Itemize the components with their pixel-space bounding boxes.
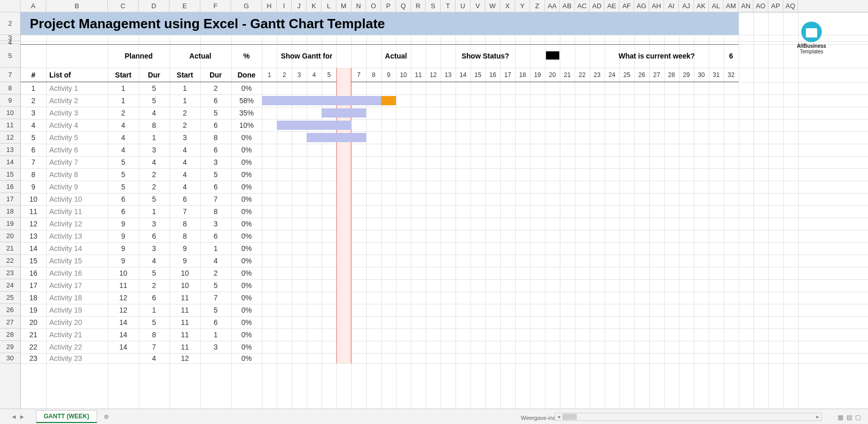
row-12-name[interactable]: Activity 12 [46, 218, 108, 230]
col-header-AA[interactable]: AA [545, 0, 560, 12]
row-8-adur[interactable]: 5 [200, 168, 231, 181]
row-7-pstart[interactable]: 5 [108, 156, 139, 168]
row-2-name[interactable]: Activity 2 [46, 94, 108, 107]
row-15-name[interactable]: Activity 15 [46, 255, 108, 267]
row-header-22[interactable]: 22 [0, 255, 20, 267]
row-6-pstart[interactable]: 4 [108, 144, 139, 156]
row-12-astart[interactable]: 8 [169, 218, 200, 230]
row-15-adur[interactable]: 4 [200, 255, 231, 267]
row-15-astart[interactable]: 9 [169, 255, 200, 267]
row-header-10[interactable]: 10 [0, 107, 20, 119]
horizontal-scrollbar[interactable]: ◄► [555, 413, 822, 421]
row-17-done[interactable]: 0% [231, 279, 262, 292]
row-6-adur[interactable]: 6 [200, 144, 231, 156]
row-14-adur[interactable]: 1 [200, 242, 231, 255]
col-header-K[interactable]: K [307, 0, 322, 12]
row-15-num[interactable]: 15 [21, 255, 46, 267]
col-header-AO[interactable]: AO [753, 0, 768, 12]
row-20-name[interactable]: Activity 20 [46, 316, 108, 329]
row-9-num[interactable]: 9 [21, 181, 46, 193]
row-6-name[interactable]: Activity 6 [46, 144, 108, 156]
row-21-astart[interactable]: 11 [169, 329, 200, 341]
spreadsheet-grid[interactable]: Project Management using Excel - Gantt C… [21, 12, 868, 409]
row-14-num[interactable]: 14 [21, 242, 46, 255]
row-2-done[interactable]: 58% [231, 94, 262, 107]
row-14-pstart[interactable]: 9 [108, 242, 139, 255]
row-20-astart[interactable]: 11 [169, 316, 200, 329]
col-header-T[interactable]: T [441, 0, 456, 12]
row-header-20[interactable]: 20 [0, 230, 20, 242]
row-9-name[interactable]: Activity 9 [46, 181, 108, 193]
row-header-9[interactable]: 9 [0, 94, 20, 107]
col-header-R[interactable]: R [411, 0, 426, 12]
col-header-AF[interactable]: AF [619, 0, 634, 12]
row-13-pstart[interactable]: 9 [108, 230, 139, 242]
row-header-29[interactable]: 29 [0, 341, 20, 353]
row-13-num[interactable]: 13 [21, 230, 46, 242]
row-19-num[interactable]: 19 [21, 304, 46, 316]
row-22-astart[interactable]: 11 [169, 341, 200, 353]
row-16-adur[interactable]: 2 [200, 267, 231, 279]
row-4-astart[interactable]: 2 [169, 119, 200, 131]
col-header-G[interactable]: G [231, 0, 262, 12]
row-16-num[interactable]: 16 [21, 267, 46, 279]
row-3-num[interactable]: 3 [21, 107, 46, 119]
row-header-17[interactable]: 17 [0, 193, 20, 205]
row-20-pstart[interactable]: 14 [108, 316, 139, 329]
row-header-8[interactable]: 8 [0, 82, 20, 94]
row-4-pstart[interactable]: 4 [108, 119, 139, 131]
row-4-done[interactable]: 10% [231, 119, 262, 131]
col-header-U[interactable]: U [456, 0, 470, 12]
row-23-name[interactable]: Activity 23 [46, 353, 108, 363]
row-19-astart[interactable]: 11 [169, 304, 200, 316]
row-header-21[interactable]: 21 [0, 242, 20, 255]
row-11-astart[interactable]: 7 [169, 205, 200, 218]
row-12-done[interactable]: 0% [231, 218, 262, 230]
row-23-astart[interactable]: 12 [169, 353, 200, 363]
col-header-AE[interactable]: AE [605, 0, 619, 12]
row-21-num[interactable]: 21 [21, 329, 46, 341]
row-5-adur[interactable]: 8 [200, 131, 231, 144]
row-19-pdur[interactable]: 1 [139, 304, 169, 316]
row-7-num[interactable]: 7 [21, 156, 46, 168]
row-22-name[interactable]: Activity 22 [46, 341, 108, 353]
row-4-adur[interactable]: 6 [200, 119, 231, 131]
col-header-H[interactable]: H [262, 0, 277, 12]
row-1-name[interactable]: Activity 1 [46, 82, 108, 94]
row-8-pdur[interactable]: 2 [139, 168, 169, 181]
row-8-num[interactable]: 8 [21, 168, 46, 181]
row-13-adur[interactable]: 6 [200, 230, 231, 242]
row-12-num[interactable]: 12 [21, 218, 46, 230]
row-header-7[interactable]: 7 [0, 68, 20, 82]
row-14-name[interactable]: Activity 14 [46, 242, 108, 255]
row-5-pstart[interactable]: 4 [108, 131, 139, 144]
row-6-astart[interactable]: 4 [169, 144, 200, 156]
row-17-num[interactable]: 17 [21, 279, 46, 292]
row-2-pdur[interactable]: 5 [139, 94, 169, 107]
col-header-D[interactable]: D [139, 0, 169, 12]
row-8-pstart[interactable]: 5 [108, 168, 139, 181]
row-3-pdur[interactable]: 4 [139, 107, 169, 119]
row-20-pdur[interactable]: 5 [139, 316, 169, 329]
col-header-AL[interactable]: AL [709, 0, 724, 12]
row-16-pstart[interactable]: 10 [108, 267, 139, 279]
row-12-pstart[interactable]: 9 [108, 218, 139, 230]
col-header-W[interactable]: W [485, 0, 500, 12]
row-18-astart[interactable]: 11 [169, 292, 200, 304]
row-5-astart[interactable]: 3 [169, 131, 200, 144]
col-header-B[interactable]: B [46, 0, 108, 12]
row-12-pdur[interactable]: 3 [139, 218, 169, 230]
select-all-corner[interactable] [0, 0, 21, 12]
row-19-pstart[interactable]: 12 [108, 304, 139, 316]
row-header-11[interactable]: 11 [0, 119, 20, 131]
row-5-name[interactable]: Activity 5 [46, 131, 108, 144]
col-header-AH[interactable]: AH [649, 0, 664, 12]
tab-gantt-week[interactable]: GANTT (WEEK) [36, 410, 97, 423]
add-sheet-button[interactable]: ⊕ [100, 411, 112, 423]
row-header-16[interactable]: 16 [0, 181, 20, 193]
col-header-AN[interactable]: AN [739, 0, 753, 12]
row-11-pstart[interactable]: 6 [108, 205, 139, 218]
row-21-done[interactable]: 0% [231, 329, 262, 341]
row-9-pdur[interactable]: 2 [139, 181, 169, 193]
col-header-A[interactable]: A [21, 0, 46, 12]
